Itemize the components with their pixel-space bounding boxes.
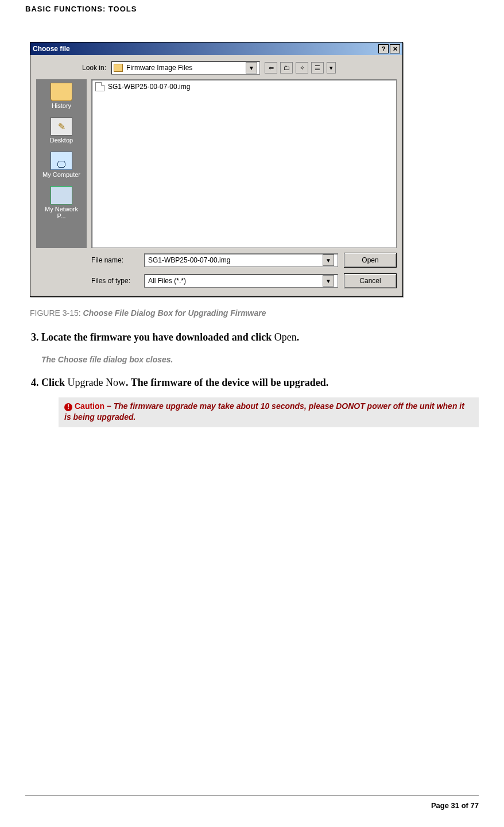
figure-prefix: FIGURE 3-15: [30,308,83,318]
page-header: BASIC FUNCTIONS: TOOLS [25,0,479,13]
view-menu-icon[interactable]: ☰ [311,62,324,74]
filetype-value: All Files (*.*) [148,277,323,285]
filetype-label: Files of type: [91,277,138,285]
filename-input[interactable]: SG1-WBP25-00-07-00.img ▼ [144,253,338,267]
close-button[interactable]: ✕ [390,44,400,53]
places-bar: History Desktop My Computer My Network P… [36,79,87,248]
placesbar-label: Desktop [50,137,73,144]
filename-row: File name: SG1-WBP25-00-07-00.img ▼ Open [91,253,397,268]
placesbar-mycomputer[interactable]: My Computer [40,152,83,178]
filetype-row: Files of type: All Files (*.*) ▼ Cancel [91,273,397,288]
help-button[interactable]: ? [378,44,389,53]
lookin-combo[interactable]: Firmware Image Files ▼ [111,61,260,75]
step3-text-a: Locate the firmware you have downloaded … [41,331,274,343]
file-list-item[interactable]: SG1-WBP25-00-07-00.img [95,82,393,91]
placesbar-network[interactable]: My Network P... [40,186,83,219]
caution-box: !Caution – The firmware upgrade may take… [59,397,479,427]
view-menu-dropdown-icon[interactable]: ▾ [327,62,336,74]
lookin-value: Firmware Image Files [126,64,242,72]
dialog-title: Choose file [33,45,70,53]
filetype-dropdown-icon[interactable]: ▼ [323,275,334,287]
filename-dropdown-icon[interactable]: ▼ [323,254,334,266]
placesbar-history[interactable]: History [40,83,83,109]
page-footer: Page 31 of 77 [25,795,479,810]
dialog-body: Look in: Firmware Image Files ▼ ⇐ 🗀 ✧ ☰ … [30,55,402,296]
placesbar-label: My Network P... [40,206,83,219]
back-icon[interactable]: ⇐ [265,62,277,74]
dialog-nav-toolbar: ⇐ 🗀 ✧ ☰ ▾ [265,62,336,74]
network-icon [51,186,72,204]
step3-text-b: . [297,331,300,343]
step4-text-a: Click [41,377,68,388]
dialog-middle: History Desktop My Computer My Network P… [36,79,397,248]
step-3: Locate the firmware you have downloaded … [41,330,479,365]
placesbar-desktop[interactable]: Desktop [40,117,83,144]
titlebar-buttons: ? ✕ [378,44,400,53]
filename-value: SG1-WBP25-00-07-00.img [148,256,323,264]
figure-caption: FIGURE 3-15: Choose File Dialog Box for … [30,297,479,318]
caution-icon: ! [64,403,72,411]
lookin-dropdown-icon[interactable]: ▼ [246,62,257,74]
cancel-button[interactable]: Cancel [344,273,397,288]
new-folder-icon[interactable]: ✧ [296,62,308,74]
figure-title: Choose File Dialog Box for Upgrading Fir… [83,308,266,318]
file-icon [95,82,104,91]
filename-label: File name: [91,256,138,264]
instruction-list: Locate the firmware you have downloaded … [25,330,479,427]
step3-result: The Choose file dialog box closes. [41,354,479,365]
placesbar-label: History [52,102,71,109]
caution-word: Caution [75,401,104,411]
computer-icon [51,152,72,170]
lookin-label: Look in: [72,64,106,72]
dialog-titlebar: Choose file ? ✕ [30,42,402,55]
open-button[interactable]: Open [344,253,397,268]
up-icon[interactable]: 🗀 [280,62,293,74]
file-list[interactable]: SG1-WBP25-00-07-00.img [91,79,397,248]
desktop-icon [51,117,72,136]
file-item-name: SG1-WBP25-00-07-00.img [108,83,190,91]
step4-upgrade-word: Upgrade Now [68,377,126,388]
history-icon [51,83,72,101]
choose-file-dialog: Choose file ? ✕ Look in: Firmware Image … [30,42,403,297]
step4-text-b: . The firmware of the device will be upg… [126,377,328,388]
filetype-select[interactable]: All Files (*.*) ▼ [144,274,338,288]
step-4: Click Upgrade Now. The firmware of the d… [41,376,479,427]
caution-text: The firmware upgrade may take about 10 s… [64,401,464,422]
folder-icon [114,64,123,72]
caution-dash: – [104,401,114,411]
dialog-bottom: File name: SG1-WBP25-00-07-00.img ▼ Open… [36,253,397,288]
lookin-row: Look in: Firmware Image Files ▼ ⇐ 🗀 ✧ ☰ … [36,61,397,75]
step3-open-word: Open [274,331,297,343]
